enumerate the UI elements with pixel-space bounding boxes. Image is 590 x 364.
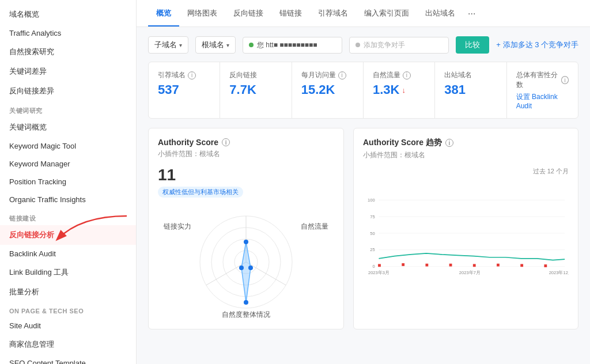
down-arrow-icon: ↓ (402, 86, 406, 94)
sidebar-section-label-keyword: 关键词研究 (0, 101, 136, 117)
url-input[interactable]: 您 htt■ ■■■■■■■■■ (243, 37, 342, 54)
sidebar-item-traffic-analytics[interactable]: Traffic Analytics (0, 24, 136, 42)
svg-point-10 (244, 300, 248, 305)
svg-rect-28 (520, 264, 523, 267)
svg-point-11 (239, 266, 244, 270)
authority-score-subtitle: 小插件范围：根域名 (158, 149, 334, 159)
authority-trend-subtitle: 小插件范围：根域名 (363, 150, 569, 160)
authority-trend-card: Authority Score 趋势 i 小插件范围：根域名 过去 12 个月 … (353, 128, 578, 329)
root-domain-dropdown[interactable]: 根域名 ▾ (195, 36, 236, 54)
stat-organic-traffic: 自然流量 i 1.3K ↓ (364, 62, 435, 118)
stat-monthly-visits: 每月访问量 i 15.2K (292, 62, 364, 118)
stat-outbound-domains: 出站域名 381 (435, 62, 506, 118)
stat-value-outbound: 381 (444, 82, 497, 97)
filter-bar: 子域名 ▾ 根域名 ▾ 您 htt■ ■■■■■■■■■ 添加竞争对手 比较 +… (148, 36, 578, 54)
sidebar-item-link-building[interactable]: Link Building 工具 (0, 263, 136, 282)
svg-point-8 (244, 240, 248, 244)
info-icon-monthly[interactable]: i (338, 71, 346, 79)
stat-value-backlinks: 7.7K (229, 82, 282, 97)
url-dot-indicator (249, 43, 254, 47)
sidebar-item-backlink-gap[interactable]: 反向链接差异 (0, 81, 136, 101)
sidebar-item-organic-traffic-insights[interactable]: Organic Traffic Insights (0, 191, 136, 208)
stats-row: 引荐域名 i 537 反向链接 7.7K 每月访问量 i 15.2K (148, 62, 578, 119)
competitor-placeholder: 添加竞争对手 (364, 40, 405, 50)
subdomain-dropdown[interactable]: 子域名 ▾ (148, 36, 188, 54)
sidebar: 域名概览 Traffic Analytics 自然搜索研究 关键词差异 反向链接… (0, 0, 137, 364)
tab-more[interactable]: ··· (463, 1, 480, 26)
svg-rect-25 (449, 264, 452, 267)
svg-rect-22 (378, 264, 381, 267)
sidebar-section-on-page: ON PAGE & TECH SEO Site Audit 商家信息管理 SEO… (0, 302, 136, 364)
competitor-input[interactable]: 添加竞争对手 (349, 37, 449, 54)
sidebar-item-backlink-analytics[interactable]: 反向链接分析 (0, 225, 136, 245)
svg-text:50: 50 (370, 231, 375, 236)
svg-text:75: 75 (370, 214, 375, 219)
sidebar-section-label-link: 链接建设 (0, 208, 136, 225)
sidebar-item-domain-overview[interactable]: 域名概览 (0, 5, 136, 24)
sidebar-section-label-onpage: ON PAGE & TECH SEO (0, 302, 136, 317)
sidebar-item-bulk-analysis[interactable]: 批量分析 (0, 282, 136, 302)
authority-score-card: Authority Score i 小插件范围：根域名 11 权威性低但与利基市… (148, 128, 344, 329)
main-content: 概览 网络图表 反向链接 锚链接 引荐域名 编入索引页面 出站域名 ··· 子域… (137, 0, 590, 364)
trend-chart-svg: 100 75 50 25 0 (363, 178, 569, 293)
charts-row: Authority Score i 小插件范围：根域名 11 权威性低但与利基市… (148, 128, 578, 329)
radar-svg (188, 210, 304, 314)
sidebar-section-link-building: 链接建设 反向链接分析 Backlink Audit Link Building… (0, 208, 136, 302)
svg-text:25: 25 (370, 247, 375, 252)
info-icon-organic[interactable]: i (403, 71, 411, 79)
content-area: 子域名 ▾ 根域名 ▾ 您 htt■ ■■■■■■■■■ 添加竞争对手 比较 +… (137, 27, 590, 364)
tab-referring-domains[interactable]: 引荐域名 (310, 0, 356, 26)
add-competitor-link[interactable]: + 添加多达 3 个竞争对手 (496, 40, 578, 50)
tab-overview[interactable]: 概览 (148, 0, 179, 26)
sidebar-item-position-tracking[interactable]: Position Tracking (0, 173, 136, 191)
tab-outbound-domains[interactable]: 出站域名 (417, 0, 463, 26)
info-icon-toxicity[interactable]: i (561, 76, 569, 84)
stat-value-referring: 537 (158, 82, 210, 97)
svg-rect-24 (425, 264, 428, 267)
sidebar-item-keyword-manager[interactable]: Keyword Manager (0, 155, 136, 173)
competitor-dot-indicator (355, 43, 360, 47)
sidebar-section-general: 域名概览 Traffic Analytics 自然搜索研究 关键词差异 反向链接… (0, 5, 136, 101)
compare-button[interactable]: 比较 (456, 36, 489, 54)
radar-label-natural-overall: 自然度整体情况 (222, 310, 270, 320)
tabs-bar: 概览 网络图表 反向链接 锚链接 引荐域名 编入索引页面 出站域名 ··· (137, 0, 590, 27)
svg-line-6 (246, 262, 286, 285)
sidebar-item-keyword-magic[interactable]: Keyword Magic Tool (0, 137, 136, 155)
sidebar-item-organic-research[interactable]: 自然搜索研究 (0, 42, 136, 62)
tab-anchor-links[interactable]: 锚链接 (271, 0, 310, 26)
radar-label-organic-traffic: 自然流量 (301, 222, 328, 232)
stat-backlinks: 反向链接 7.7K (220, 62, 292, 118)
sidebar-item-keyword-gap[interactable]: 关键词差异 (0, 62, 136, 81)
svg-point-9 (248, 266, 253, 270)
svg-text:0: 0 (372, 264, 375, 269)
info-icon-referring[interactable]: i (188, 71, 196, 79)
sidebar-item-keyword-overview[interactable]: 关键词概览 (0, 117, 136, 137)
radar-label-link-strength: 链接实力 (164, 222, 191, 232)
stat-value-monthly: 15.2K (301, 82, 354, 97)
backlink-audit-link[interactable]: 设置 Backlink Audit (516, 92, 569, 110)
stat-value-organic: 1.3K ↓ (373, 82, 425, 97)
svg-line-5 (206, 262, 246, 285)
stat-referring-domains: 引荐域名 i 537 (149, 62, 220, 118)
radar-chart: 链接实力 自然流量 (158, 204, 334, 320)
authority-score-tag: 权威性低但与利基市场相关 (158, 187, 243, 198)
chevron-down-icon: ▾ (179, 42, 182, 48)
sidebar-section-keyword-research: 关键词研究 关键词概览 Keyword Magic Tool Keyword M… (0, 101, 136, 208)
tab-indexed-pages[interactable]: 编入索引页面 (356, 0, 417, 26)
tab-backlinks[interactable]: 反向链接 (225, 0, 271, 26)
svg-rect-27 (497, 264, 500, 267)
authority-score-value: 11 (158, 166, 334, 184)
info-icon-authority[interactable]: i (222, 138, 230, 146)
svg-rect-29 (544, 264, 547, 267)
sidebar-item-seo-content-template[interactable]: SEO Content Template (0, 354, 136, 364)
sidebar-item-site-audit[interactable]: Site Audit (0, 317, 136, 335)
svg-rect-26 (473, 264, 476, 267)
period-label: 过去 12 个月 (363, 167, 569, 176)
svg-rect-23 (402, 263, 404, 266)
sidebar-item-backlink-audit[interactable]: Backlink Audit (0, 245, 136, 263)
info-icon-trend[interactable]: i (445, 139, 453, 147)
svg-text:2023年12月: 2023年12月 (549, 270, 569, 275)
chevron-down-icon-2: ▾ (226, 42, 229, 48)
tab-network-chart[interactable]: 网络图表 (179, 0, 225, 26)
sidebar-item-business-info[interactable]: 商家信息管理 (0, 335, 136, 354)
